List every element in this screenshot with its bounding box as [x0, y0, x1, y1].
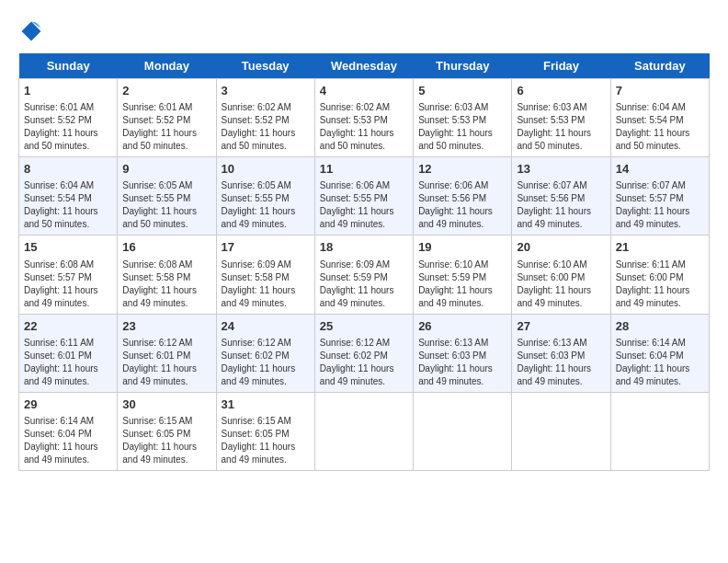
calendar-day-cell: 21Sunrise: 6:11 AMSunset: 6:00 PMDayligh…: [610, 236, 709, 314]
calendar-day-cell: 31Sunrise: 6:15 AMSunset: 6:05 PMDayligh…: [216, 392, 314, 470]
day-number: 4: [320, 83, 408, 99]
daylight-text: Daylight: 11 hours and 49 minutes.: [320, 285, 394, 308]
calendar-week-row: 8Sunrise: 6:04 AMSunset: 5:54 PMDaylight…: [19, 157, 710, 236]
day-number: 2: [122, 83, 210, 99]
sunset-text: Sunset: 6:04 PM: [24, 429, 92, 439]
sunrise-text: Sunrise: 6:11 AM: [616, 259, 686, 270]
sunrise-text: Sunrise: 6:12 AM: [222, 338, 291, 348]
daylight-text: Daylight: 11 hours and 49 minutes.: [122, 285, 197, 308]
col-header-wednesday: Wednesday: [314, 53, 413, 79]
calendar-day-cell: 7Sunrise: 6:04 AMSunset: 5:54 PMDaylight…: [610, 79, 709, 157]
col-header-monday: Monday: [118, 53, 216, 79]
calendar-day-cell: 10Sunrise: 6:05 AMSunset: 5:55 PMDayligh…: [216, 157, 314, 236]
calendar-day-cell: 14Sunrise: 6:07 AMSunset: 5:57 PMDayligh…: [610, 157, 709, 236]
col-header-thursday: Thursday: [414, 53, 512, 79]
sunset-text: Sunset: 5:56 PM: [418, 193, 486, 203]
sunset-text: Sunset: 6:00 PM: [517, 272, 585, 282]
daylight-text: Daylight: 11 hours and 49 minutes.: [320, 206, 394, 229]
sunset-text: Sunset: 6:02 PM: [222, 350, 290, 361]
sunset-text: Sunset: 6:05 PM: [222, 429, 290, 439]
sunset-text: Sunset: 6:01 PM: [122, 350, 190, 361]
empty-day-cell: [610, 392, 709, 470]
day-number: 9: [122, 161, 210, 178]
daylight-text: Daylight: 11 hours and 50 minutes.: [320, 128, 394, 151]
day-number: 7: [616, 83, 704, 99]
sunrise-text: Sunrise: 6:01 AM: [24, 102, 94, 112]
empty-day-cell: [314, 392, 413, 470]
calendar-day-cell: 2Sunrise: 6:01 AMSunset: 5:52 PMDaylight…: [118, 79, 216, 157]
daylight-text: Daylight: 11 hours and 49 minutes.: [517, 285, 591, 308]
sunset-text: Sunset: 5:53 PM: [418, 115, 486, 125]
sunset-text: Sunset: 5:57 PM: [24, 272, 92, 282]
sunset-text: Sunset: 6:00 PM: [616, 272, 684, 282]
sunrise-text: Sunrise: 6:09 AM: [222, 259, 291, 270]
col-header-saturday: Saturday: [610, 53, 709, 79]
calendar-week-row: 1Sunrise: 6:01 AMSunset: 5:52 PMDaylight…: [19, 79, 710, 157]
sunrise-text: Sunrise: 6:12 AM: [320, 338, 390, 348]
sunset-text: Sunset: 5:59 PM: [320, 272, 388, 282]
daylight-text: Daylight: 11 hours and 50 minutes.: [24, 128, 98, 151]
col-header-friday: Friday: [512, 53, 610, 79]
daylight-text: Daylight: 11 hours and 50 minutes.: [122, 206, 197, 229]
calendar-week-row: 29Sunrise: 6:14 AMSunset: 6:04 PMDayligh…: [19, 392, 710, 470]
daylight-text: Daylight: 11 hours and 50 minutes.: [616, 128, 690, 151]
calendar-day-cell: 27Sunrise: 6:13 AMSunset: 6:03 PMDayligh…: [512, 314, 610, 392]
daylight-text: Daylight: 11 hours and 50 minutes.: [24, 206, 98, 229]
sunrise-text: Sunrise: 6:07 AM: [616, 180, 686, 190]
day-number: 21: [616, 239, 704, 256]
sunrise-text: Sunrise: 6:07 AM: [517, 180, 586, 190]
sunrise-text: Sunrise: 6:13 AM: [517, 338, 586, 348]
daylight-text: Daylight: 11 hours and 49 minutes.: [517, 206, 591, 229]
empty-day-cell: [512, 392, 610, 470]
calendar-day-cell: 23Sunrise: 6:12 AMSunset: 6:01 PMDayligh…: [118, 314, 216, 392]
daylight-text: Daylight: 11 hours and 49 minutes.: [616, 363, 690, 386]
daylight-text: Daylight: 11 hours and 49 minutes.: [418, 363, 493, 386]
day-number: 15: [24, 239, 112, 256]
day-number: 25: [320, 318, 408, 335]
sunset-text: Sunset: 5:52 PM: [222, 115, 290, 125]
sunrise-text: Sunrise: 6:14 AM: [24, 416, 94, 426]
day-number: 17: [222, 239, 310, 256]
day-number: 20: [517, 239, 605, 256]
sunrise-text: Sunrise: 6:04 AM: [24, 180, 94, 190]
day-number: 28: [616, 318, 704, 335]
calendar-day-cell: 12Sunrise: 6:06 AMSunset: 5:56 PMDayligh…: [414, 157, 512, 236]
calendar-day-cell: 15Sunrise: 6:08 AMSunset: 5:57 PMDayligh…: [19, 236, 118, 314]
sunset-text: Sunset: 5:57 PM: [616, 193, 684, 203]
sunrise-text: Sunrise: 6:03 AM: [517, 102, 586, 112]
sunrise-text: Sunrise: 6:11 AM: [24, 338, 94, 348]
sunrise-text: Sunrise: 6:12 AM: [122, 338, 192, 348]
sunset-text: Sunset: 5:52 PM: [24, 115, 92, 125]
sunrise-text: Sunrise: 6:09 AM: [320, 259, 390, 270]
day-number: 5: [418, 83, 506, 99]
daylight-text: Daylight: 11 hours and 49 minutes.: [418, 206, 493, 229]
day-number: 11: [320, 161, 408, 178]
sunset-text: Sunset: 5:53 PM: [320, 115, 388, 125]
day-number: 1: [24, 83, 112, 99]
daylight-text: Daylight: 11 hours and 49 minutes.: [24, 363, 98, 386]
day-number: 29: [24, 396, 112, 413]
daylight-text: Daylight: 11 hours and 50 minutes.: [418, 128, 493, 151]
calendar-day-cell: 19Sunrise: 6:10 AMSunset: 5:59 PMDayligh…: [414, 236, 512, 314]
sunset-text: Sunset: 5:58 PM: [122, 272, 190, 282]
empty-day-cell: [414, 392, 512, 470]
sunrise-text: Sunrise: 6:10 AM: [517, 259, 586, 270]
sunrise-text: Sunrise: 6:10 AM: [418, 259, 488, 270]
sunset-text: Sunset: 6:01 PM: [24, 350, 92, 361]
daylight-text: Daylight: 11 hours and 49 minutes.: [222, 285, 296, 308]
calendar-day-cell: 30Sunrise: 6:15 AMSunset: 6:05 PMDayligh…: [118, 392, 216, 470]
calendar-day-cell: 5Sunrise: 6:03 AMSunset: 5:53 PMDaylight…: [414, 79, 512, 157]
daylight-text: Daylight: 11 hours and 49 minutes.: [122, 363, 197, 386]
day-number: 8: [24, 161, 112, 178]
sunrise-text: Sunrise: 6:03 AM: [418, 102, 488, 112]
day-number: 30: [122, 396, 210, 413]
col-header-sunday: Sunday: [19, 53, 118, 79]
calendar-day-cell: 20Sunrise: 6:10 AMSunset: 6:00 PMDayligh…: [512, 236, 610, 314]
daylight-text: Daylight: 11 hours and 49 minutes.: [122, 442, 197, 465]
daylight-text: Daylight: 11 hours and 50 minutes.: [517, 128, 591, 151]
sunset-text: Sunset: 5:55 PM: [320, 193, 388, 203]
sunset-text: Sunset: 5:54 PM: [24, 193, 92, 203]
sunset-text: Sunset: 6:03 PM: [517, 350, 585, 361]
daylight-text: Daylight: 11 hours and 49 minutes.: [222, 363, 296, 386]
daylight-text: Daylight: 11 hours and 49 minutes.: [24, 285, 98, 308]
